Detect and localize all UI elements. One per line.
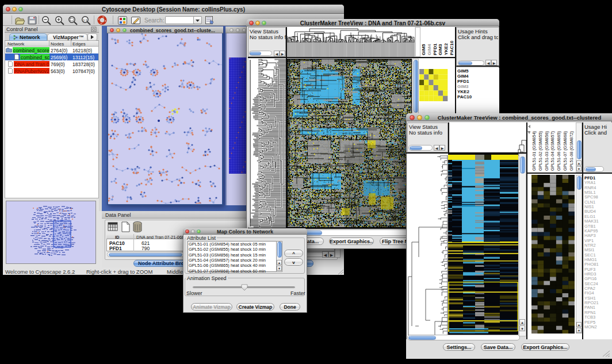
svg-text:1:1: 1:1: [83, 18, 87, 22]
